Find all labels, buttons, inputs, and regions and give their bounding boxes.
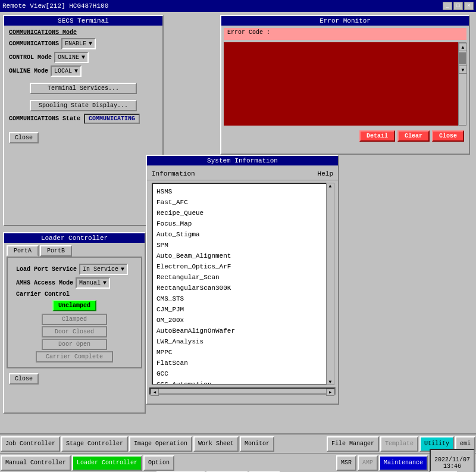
close-button[interactable]: ×	[464, 2, 474, 10]
list-item[interactable]: CJM_PJM	[155, 304, 330, 315]
amp-button[interactable]: AMP	[358, 455, 378, 471]
list-item[interactable]: RectangularScan300K	[155, 283, 330, 293]
h-scroll-left[interactable]: ◀	[151, 389, 159, 396]
online-value[interactable]: LOCAL ▼	[51, 65, 82, 77]
error-scrollbar[interactable]: ▲ ▼	[458, 42, 466, 126]
list-item[interactable]: OM_200x	[155, 315, 330, 326]
loader-controller-tb-button[interactable]: Loader Controller	[72, 455, 142, 471]
list-item[interactable]: MPPC	[155, 347, 330, 358]
tab-porta[interactable]: PortA	[7, 245, 39, 257]
window-title: Remote View[212] HCG487H100	[2, 2, 108, 10]
info-label: Information	[152, 170, 195, 177]
scroll-up-arrow[interactable]: ▲	[459, 43, 467, 51]
tab-content: Load Port Service In Service ▼ AMHS Acce…	[7, 257, 142, 368]
list-item[interactable]: GCC_Automation	[155, 379, 330, 385]
taskbar-row-2: Manual Controller Loader Controller Opti…	[0, 454, 476, 472]
main-content: SECS Terminal COMMUNICATIONS Mode COMMUN…	[0, 12, 476, 448]
load-port-label: Load Port Service	[16, 266, 77, 273]
comm-value[interactable]: ENABLE ▼	[61, 38, 96, 49]
list-item[interactable]: Fast_AFC	[155, 197, 330, 208]
list-item[interactable]: CMS_STS	[155, 293, 330, 304]
list-item[interactable]: Focus_Map	[155, 218, 330, 229]
job-controller-button[interactable]: Job Controller	[1, 436, 60, 452]
maintenance-button[interactable]: Maintenance	[379, 455, 428, 471]
secs-terminal-title: SECS Terminal	[4, 16, 162, 26]
comm-mode-label: COMMUNICATIONS Mode	[9, 29, 158, 36]
list-scroll-up[interactable]: ▲	[327, 183, 334, 189]
error-monitor-panel: Error Monitor Error Code : ▲ ▼ Detail Cl…	[220, 15, 470, 155]
scroll-thumb[interactable]	[459, 52, 466, 64]
list-item[interactable]: FlatScan	[155, 358, 330, 368]
file-manager-button[interactable]: File Manager	[327, 436, 379, 452]
error-code-label: Error Code :	[227, 29, 270, 36]
stage-controller-button[interactable]: Stage Controller	[61, 436, 128, 452]
list-item[interactable]: LWR_Analysis	[155, 336, 330, 347]
taskbar-row-1: Job Controller Stage Controller Image Op…	[0, 435, 476, 454]
loader-controller-panel: Loader Controller PortA PortB Load Port …	[3, 232, 146, 414]
scroll-down-arrow[interactable]: ▼	[459, 65, 467, 74]
system-info-list[interactable]: HSMSFast_AFCRecipe_QueueFocus_MapAuto_St…	[152, 183, 333, 385]
secs-close-button[interactable]: Close	[9, 132, 39, 143]
list-item[interactable]: Recipe_Queue	[155, 208, 330, 218]
amhs-label: AMHS Access Mode	[16, 280, 73, 286]
clear-button[interactable]: Clear	[397, 130, 430, 142]
load-port-value[interactable]: In Service ▼	[79, 264, 128, 275]
monitor-button[interactable]: Monitor	[240, 436, 274, 452]
comm-state-row: COMMUNICATIONS State COMMUNICATING	[9, 114, 158, 124]
window-controls[interactable]: _ □ ×	[443, 2, 474, 10]
title-bar: Remote View[212] HCG487H100 _ □ ×	[0, 0, 476, 12]
error-content: ▲ ▼	[224, 42, 466, 126]
comm-state-value: COMMUNICATING	[84, 114, 140, 124]
detail-button[interactable]: Detail	[359, 130, 395, 142]
msr-button[interactable]: MSR	[336, 455, 356, 471]
h-scroll-right[interactable]: ▶	[326, 389, 334, 396]
comm-label: COMMUNICATIONS	[9, 40, 59, 47]
secs-terminal-panel: SECS Terminal COMMUNICATIONS Mode COMMUN…	[3, 15, 164, 226]
taskbar: Job Controller Stage Controller Image Op…	[0, 433, 476, 472]
list-item[interactable]: Auto_Stigma	[155, 229, 330, 240]
restore-button[interactable]: □	[453, 2, 463, 10]
unclamped-button[interactable]: Unclamped	[52, 300, 96, 311]
list-item[interactable]: GCC	[155, 368, 330, 379]
clamped-button[interactable]: Clamped	[42, 314, 107, 325]
list-scrollbar[interactable]: ▲ ▼	[326, 183, 334, 385]
amhs-row: AMHS Access Mode Manual ▼	[16, 277, 133, 289]
door-open-button[interactable]: Door Open	[42, 339, 107, 350]
work-sheet-button[interactable]: Work Sheet	[193, 436, 239, 452]
minimize-button[interactable]: _	[443, 2, 452, 10]
loader-ctrl-title: Loader Controller	[4, 233, 145, 243]
error-monitor-title: Error Monitor	[221, 16, 469, 26]
system-info-panel: System Information Information Help HSMS…	[146, 155, 339, 405]
sys-info-header: Information Help	[147, 168, 338, 180]
error-close-button[interactable]: Close	[432, 130, 464, 142]
terminal-services-button[interactable]: Terminal Services...	[30, 83, 137, 94]
date-time-display: 2022/11/07 13:46	[430, 449, 475, 473]
list-item[interactable]: Electron_Optics_ArF	[155, 261, 330, 272]
loader-close-button[interactable]: Close	[9, 373, 39, 385]
option-button[interactable]: Option	[143, 455, 174, 471]
template-button[interactable]: Template	[380, 436, 418, 452]
list-item[interactable]: AutoBeamAlignOnWafer	[155, 326, 330, 336]
door-closed-button[interactable]: Door Closed	[42, 326, 107, 337]
amhs-value[interactable]: Manual ▼	[76, 277, 110, 289]
communications-row: COMMUNICATIONS ENABLE ▼	[9, 38, 158, 49]
port-tabs: PortA PortB	[7, 245, 142, 257]
online-mode-row: ONLINE Mode LOCAL ▼	[9, 65, 158, 77]
list-item[interactable]: Auto_Beam_Alignment	[155, 251, 330, 261]
load-port-service-row: Load Port Service In Service ▼	[16, 264, 133, 275]
error-code-bar: Error Code :	[224, 28, 466, 40]
manual-controller-button[interactable]: Manual Controller	[1, 455, 71, 471]
online-mode-label: ONLINE Mode	[9, 68, 48, 74]
list-item[interactable]: SPM	[155, 240, 330, 251]
list-item[interactable]: HSMS	[155, 186, 330, 197]
comm-state-label: COMMUNICATIONS State	[9, 115, 80, 122]
tab-portb[interactable]: PortB	[40, 245, 72, 257]
control-value[interactable]: ONLINE ▼	[54, 52, 89, 63]
image-operation-button[interactable]: Image Operation	[129, 436, 192, 452]
list-scroll-down[interactable]: ▼	[327, 379, 334, 385]
spooling-state-button[interactable]: Spooling State Display...	[30, 100, 137, 111]
list-item[interactable]: Rectangular_Scan	[155, 272, 330, 283]
carrier-complete-button[interactable]: Carrier Complete	[36, 351, 113, 362]
control-mode-row: CONTROL Mode ONLINE ▼	[9, 52, 158, 63]
help-label: Help	[318, 170, 333, 177]
